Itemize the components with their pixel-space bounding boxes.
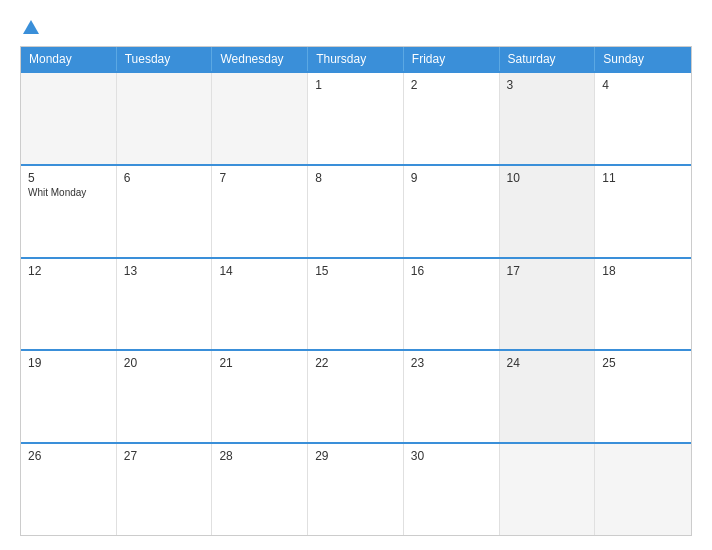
day-number: 12 (28, 264, 109, 278)
calendar-day-cell (117, 73, 213, 164)
calendar-day-cell: 22 (308, 351, 404, 442)
calendar-page: MondayTuesdayWednesdayThursdayFridaySatu… (0, 0, 712, 550)
calendar-day-cell: 10 (500, 166, 596, 257)
calendar-day-cell (21, 73, 117, 164)
calendar-day-cell: 25 (595, 351, 691, 442)
calendar-day-cell: 1 (308, 73, 404, 164)
header (20, 18, 692, 36)
day-number: 21 (219, 356, 300, 370)
calendar-day-cell: 16 (404, 259, 500, 350)
calendar-day-cell: 18 (595, 259, 691, 350)
calendar-week-row: 19202122232425 (21, 349, 691, 442)
calendar-day-cell: 21 (212, 351, 308, 442)
day-number: 2 (411, 78, 492, 92)
day-number: 18 (602, 264, 684, 278)
calendar-week-row: 5Whit Monday67891011 (21, 164, 691, 257)
calendar-header-cell: Monday (21, 47, 117, 71)
day-number: 27 (124, 449, 205, 463)
day-number: 23 (411, 356, 492, 370)
calendar-day-cell: 15 (308, 259, 404, 350)
calendar-week-row: 2627282930 (21, 442, 691, 535)
calendar-day-cell (595, 444, 691, 535)
calendar-day-cell (212, 73, 308, 164)
day-number: 24 (507, 356, 588, 370)
day-number: 6 (124, 171, 205, 185)
calendar-day-cell: 26 (21, 444, 117, 535)
calendar-day-cell: 6 (117, 166, 213, 257)
calendar-week-row: 12131415161718 (21, 257, 691, 350)
calendar-day-cell: 2 (404, 73, 500, 164)
calendar-body: 12345Whit Monday678910111213141516171819… (21, 71, 691, 535)
day-number: 16 (411, 264, 492, 278)
day-number: 8 (315, 171, 396, 185)
calendar-day-cell: 13 (117, 259, 213, 350)
calendar-day-cell: 24 (500, 351, 596, 442)
day-event: Whit Monday (28, 187, 109, 198)
day-number: 5 (28, 171, 109, 185)
calendar-header-cell: Thursday (308, 47, 404, 71)
day-number: 7 (219, 171, 300, 185)
calendar-day-cell: 28 (212, 444, 308, 535)
day-number: 28 (219, 449, 300, 463)
logo (20, 18, 40, 36)
day-number: 3 (507, 78, 588, 92)
calendar-day-cell: 5Whit Monday (21, 166, 117, 257)
day-number: 9 (411, 171, 492, 185)
day-number: 30 (411, 449, 492, 463)
calendar-day-cell: 4 (595, 73, 691, 164)
calendar-day-cell: 30 (404, 444, 500, 535)
day-number: 13 (124, 264, 205, 278)
calendar-day-cell: 11 (595, 166, 691, 257)
calendar-day-cell: 23 (404, 351, 500, 442)
day-number: 14 (219, 264, 300, 278)
calendar-header-cell: Friday (404, 47, 500, 71)
day-number: 20 (124, 356, 205, 370)
calendar-day-cell: 12 (21, 259, 117, 350)
day-number: 15 (315, 264, 396, 278)
calendar-header-cell: Saturday (500, 47, 596, 71)
calendar-day-cell: 3 (500, 73, 596, 164)
calendar-day-cell: 29 (308, 444, 404, 535)
day-number: 4 (602, 78, 684, 92)
calendar-week-row: 1234 (21, 71, 691, 164)
calendar-header-cell: Tuesday (117, 47, 213, 71)
day-number: 22 (315, 356, 396, 370)
calendar-day-cell (500, 444, 596, 535)
calendar-day-cell: 8 (308, 166, 404, 257)
logo-icon (22, 18, 40, 36)
day-number: 10 (507, 171, 588, 185)
calendar-day-cell: 27 (117, 444, 213, 535)
svg-marker-0 (23, 20, 39, 34)
calendar-grid: MondayTuesdayWednesdayThursdayFridaySatu… (20, 46, 692, 536)
calendar-header-cell: Sunday (595, 47, 691, 71)
day-number: 19 (28, 356, 109, 370)
day-number: 26 (28, 449, 109, 463)
calendar-day-cell: 19 (21, 351, 117, 442)
day-number: 1 (315, 78, 396, 92)
day-number: 25 (602, 356, 684, 370)
day-number: 29 (315, 449, 396, 463)
calendar-day-cell: 7 (212, 166, 308, 257)
calendar-header-row: MondayTuesdayWednesdayThursdayFridaySatu… (21, 47, 691, 71)
day-number: 11 (602, 171, 684, 185)
calendar-day-cell: 20 (117, 351, 213, 442)
calendar-day-cell: 14 (212, 259, 308, 350)
calendar-day-cell: 9 (404, 166, 500, 257)
calendar-header-cell: Wednesday (212, 47, 308, 71)
day-number: 17 (507, 264, 588, 278)
calendar-day-cell: 17 (500, 259, 596, 350)
